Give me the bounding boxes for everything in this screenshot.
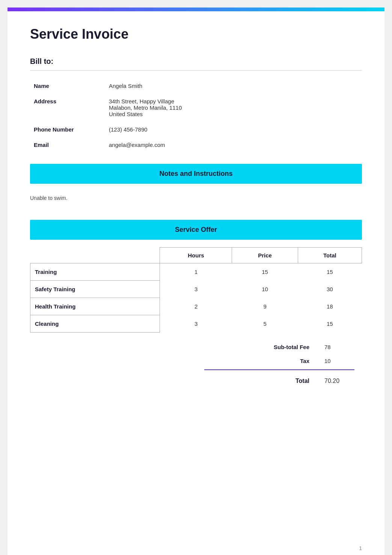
service-name: Training bbox=[30, 263, 160, 281]
service-price: 9 bbox=[232, 298, 298, 315]
service-table: Hours Price Total Training 1 15 15 bbox=[30, 247, 362, 333]
service-hours: 1 bbox=[160, 263, 232, 281]
field-label: Name bbox=[30, 78, 105, 94]
service-total: 15 bbox=[298, 315, 362, 333]
service-hours: 3 bbox=[160, 281, 232, 298]
service-name: Safety Training bbox=[30, 281, 160, 298]
subtotal-value: 78 bbox=[324, 344, 354, 350]
service-hours: 3 bbox=[160, 315, 232, 333]
table-row: Name Angela Smith bbox=[30, 78, 362, 94]
totals-divider bbox=[204, 369, 354, 370]
table-header-row: Hours Price Total bbox=[30, 248, 362, 263]
subtotal-label: Sub-total Fee bbox=[204, 344, 324, 350]
service-price: 10 bbox=[232, 281, 298, 298]
table-row: Email angela@example.com bbox=[30, 137, 362, 153]
service-total: 15 bbox=[298, 263, 362, 281]
field-label: Email bbox=[30, 137, 105, 153]
table-row: Phone Number (123) 456-7890 bbox=[30, 122, 362, 137]
col-header-total: Total bbox=[298, 248, 362, 263]
bill-to-divider bbox=[30, 70, 362, 71]
service-offer-header: Service Offer bbox=[30, 220, 362, 240]
table-row: Safety Training 3 10 30 bbox=[30, 281, 362, 298]
total-label: Total bbox=[204, 378, 324, 384]
service-price: 15 bbox=[232, 263, 298, 281]
field-value: angela@example.com bbox=[105, 137, 362, 153]
notes-content: Unable to swim. bbox=[30, 191, 362, 205]
bill-to-heading: Bill to: bbox=[30, 57, 362, 66]
col-header-price: Price bbox=[232, 248, 298, 263]
bill-info-table: Name Angela Smith Address 34th Street, H… bbox=[30, 78, 362, 153]
table-row: Cleaning 3 5 15 bbox=[30, 315, 362, 333]
table-row: Training 1 15 15 bbox=[30, 263, 362, 281]
field-value: Angela Smith bbox=[105, 78, 362, 94]
service-offer-heading: Service Offer bbox=[175, 226, 217, 233]
notes-header: Notes and Instructions bbox=[30, 164, 362, 184]
tax-row: Tax 10 bbox=[204, 354, 354, 368]
top-bar-decoration bbox=[8, 8, 384, 11]
service-name: Health Training bbox=[30, 298, 160, 315]
table-row: Address 34th Street, Happy VillageMalabo… bbox=[30, 94, 362, 122]
table-row: Health Training 2 9 18 bbox=[30, 298, 362, 315]
subtotal-row: Sub-total Fee 78 bbox=[204, 340, 354, 354]
service-total: 30 bbox=[298, 281, 362, 298]
field-value: (123) 456-7890 bbox=[105, 122, 362, 137]
service-offer-section: Service Offer Hours Price Total T bbox=[30, 220, 362, 390]
page-title: Service Invoice bbox=[30, 26, 362, 42]
service-name: Cleaning bbox=[30, 315, 160, 333]
tax-value: 10 bbox=[324, 358, 354, 364]
service-price: 5 bbox=[232, 315, 298, 333]
field-value: 34th Street, Happy VillageMalabon, Metro… bbox=[105, 94, 362, 122]
bill-to-section: Bill to: Name Angela Smith Address 34th … bbox=[30, 57, 362, 153]
col-header-hours: Hours bbox=[160, 248, 232, 263]
totals-section: Sub-total Fee 78 Tax 10 Total 70.20 bbox=[30, 340, 362, 390]
col-header-service bbox=[30, 248, 160, 263]
service-total: 18 bbox=[298, 298, 362, 315]
page-number: 1 bbox=[359, 545, 362, 551]
field-label: Address bbox=[30, 94, 105, 122]
notes-heading: Notes and Instructions bbox=[159, 170, 232, 177]
service-hours: 2 bbox=[160, 298, 232, 315]
tax-label: Tax bbox=[204, 358, 324, 364]
service-table-wrapper: Hours Price Total Training 1 15 15 bbox=[30, 247, 362, 333]
invoice-page: Service Invoice Bill to: Name Angela Smi… bbox=[8, 8, 384, 555]
field-label: Phone Number bbox=[30, 122, 105, 137]
total-final-row: Total 70.20 bbox=[204, 372, 354, 390]
notes-section: Notes and Instructions Unable to swim. bbox=[30, 164, 362, 205]
total-value: 70.20 bbox=[324, 378, 354, 384]
